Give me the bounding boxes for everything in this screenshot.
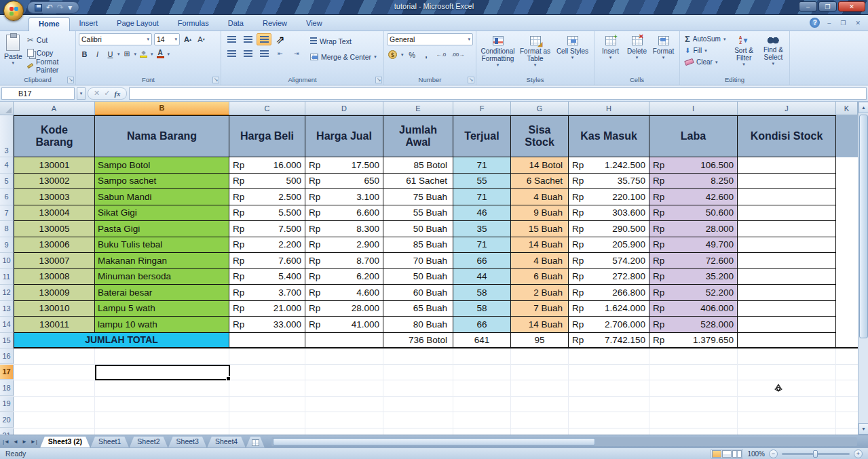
cell-harga-jual[interactable]: Rp2.900	[305, 237, 383, 254]
cell-laba[interactable]: Rp35.200	[649, 269, 738, 285]
cell-nama-barang[interactable]: Sabun Mandi	[95, 189, 229, 205]
merge-center-button[interactable]: Merge & Center▾	[308, 50, 379, 63]
cell-jumlah-awal[interactable]: 50 Buah	[383, 221, 453, 237]
cell-kas-masuk[interactable]: Rp2.706.000	[569, 317, 649, 333]
align-left-button[interactable]	[224, 47, 239, 60]
cell-terjual[interactable]: 58	[453, 301, 511, 317]
cell-harga-jual[interactable]: Rp6.200	[305, 269, 383, 285]
sheet-tab-sheet2[interactable]: Sheet2	[129, 437, 168, 448]
header-jumlah-awal[interactable]: Jumlah Awal	[383, 115, 453, 157]
cell-laba[interactable]: Rp8.250	[649, 174, 738, 190]
cell-total-laba[interactable]: Rp1.379.650	[649, 333, 738, 349]
cell-kondisi-stock[interactable]	[738, 269, 836, 285]
cancel-icon[interactable]: ✕	[94, 89, 100, 98]
page-break-view-icon[interactable]	[732, 450, 742, 458]
zoom-out-icon[interactable]: −	[769, 450, 778, 458]
cell-kas-masuk[interactable]: Rp574.200	[569, 253, 649, 269]
cell-kas-masuk[interactable]: Rp1.624.000	[569, 301, 649, 317]
row-header-16[interactable]: 16	[0, 348, 14, 364]
cell-kode-barang[interactable]: 130011	[14, 317, 95, 333]
zoom-level[interactable]: 100%	[747, 450, 765, 458]
cell-jumlah-awal[interactable]: 80 Buah	[383, 317, 453, 333]
cell-harga-beli[interactable]: Rp7.500	[229, 221, 305, 237]
increase-indent-button[interactable]: ⇥	[289, 47, 304, 60]
zoom-slider-thumb[interactable]	[813, 450, 818, 458]
tab-review[interactable]: Review	[253, 17, 297, 31]
decrease-decimal-button[interactable]: .00→	[450, 49, 466, 60]
clipboard-dialog-launcher-icon[interactable]: ↘	[67, 77, 74, 83]
cell-kode-barang[interactable]: 130009	[14, 285, 95, 301]
number-format-select[interactable]: General▾	[387, 33, 473, 45]
italic-button[interactable]: I	[92, 48, 103, 60]
normal-view-icon[interactable]	[712, 450, 721, 458]
cell-harga-jual[interactable]: Rp8.700	[305, 253, 383, 269]
borders-button[interactable]: ⊞	[121, 48, 133, 60]
cell-laba[interactable]: Rp49.700	[649, 237, 738, 254]
cell-harga-beli[interactable]: Rp33.000	[229, 317, 305, 333]
office-button[interactable]	[3, 1, 24, 21]
cell-terjual[interactable]: 66	[453, 317, 511, 333]
cell-terjual[interactable]: 46	[453, 205, 511, 222]
row-header[interactable]: 14	[0, 317, 14, 333]
cell-harga-beli[interactable]: Rp2.500	[229, 189, 305, 205]
cell-kas-masuk[interactable]: Rp290.500	[569, 221, 649, 237]
fill-color-button[interactable]: ◆	[138, 48, 149, 60]
cell-harga-beli[interactable]: Rp7.600	[229, 253, 305, 269]
header-harga-jual[interactable]: Harga Jual	[305, 115, 383, 157]
cell-harga-jual[interactable]: Rp6.600	[305, 205, 383, 222]
wrap-text-button[interactable]: Wrap Text	[308, 35, 379, 47]
cell-kas-masuk[interactable]: Rp35.750	[569, 174, 649, 190]
cell-nama-barang[interactable]: Lampu 5 wath	[95, 301, 229, 317]
format-cells-button[interactable]: Format▾	[650, 33, 677, 76]
increase-decimal-button[interactable]: ←.0	[435, 49, 448, 60]
cell-harga-beli[interactable]: Rp3.700	[229, 285, 305, 301]
decrease-indent-button[interactable]: ⇤	[273, 47, 288, 60]
cell-sisa-stock[interactable]: 4 Buah	[511, 253, 569, 269]
cell-harga-beli[interactable]: Rp5.400	[229, 269, 305, 285]
vertical-scrollbar-thumb[interactable]	[859, 115, 868, 338]
cell-sisa-stock[interactable]: 14 Buah	[511, 237, 569, 254]
cell-total-terjual[interactable]: 641	[453, 333, 511, 349]
cell-laba[interactable]: Rp106.500	[649, 157, 738, 174]
cell-sisa-stock[interactable]: 14 Buah	[511, 317, 569, 333]
cell-harga-beli[interactable]: Rp5.500	[229, 205, 305, 222]
underline-button[interactable]: U	[105, 48, 116, 60]
cell-kode-barang[interactable]: 130008	[14, 269, 95, 285]
scroll-up-icon[interactable]: ▲	[858, 102, 868, 113]
cell-terjual[interactable]: 71	[453, 189, 511, 205]
cell-nama-barang[interactable]: Sampo Botol	[95, 157, 229, 174]
row-header[interactable]: 9	[0, 237, 14, 254]
cell-kas-masuk[interactable]: Rp272.800	[569, 269, 649, 285]
selected-cell-b17[interactable]	[95, 365, 230, 381]
cell-jumlah-awal[interactable]: 61 Sachet	[383, 174, 453, 190]
format-as-table-button[interactable]: ◢Format as Table▾	[516, 33, 554, 76]
conditional-formatting-button[interactable]: Conditional Formatting▾	[479, 33, 516, 76]
row-header-18[interactable]: 18	[0, 380, 14, 396]
sheet-tab-sheet3[interactable]: Sheet3	[168, 437, 207, 448]
cell-harga-jual[interactable]: Rp650	[305, 174, 383, 190]
row-header-21[interactable]: 21	[0, 428, 14, 435]
cell-terjual[interactable]: 55	[453, 174, 511, 190]
header-sisa-stock[interactable]: Sisa Stock	[511, 115, 569, 157]
header-kode-barang[interactable]: Kode Barang	[14, 115, 95, 157]
sheet-tab-sheet1[interactable]: Sheet1	[90, 437, 129, 448]
cell-kondisi-stock[interactable]	[738, 317, 836, 333]
cell-kode-barang[interactable]: 130004	[14, 205, 95, 222]
row-header[interactable]: 13	[0, 301, 14, 317]
cell-harga-beli[interactable]: Rp500	[229, 174, 305, 190]
header-harga-beli[interactable]: Harga Beli	[229, 115, 305, 157]
format-painter-button[interactable]: Format Painter	[25, 59, 73, 72]
row-header[interactable]: 10	[0, 253, 14, 269]
cell-kas-masuk[interactable]: Rp303.600	[569, 205, 649, 222]
cell-nama-barang[interactable]: Baterai besar	[95, 285, 229, 301]
accounting-format-button[interactable]: $	[387, 49, 398, 60]
workbook-close-icon[interactable]: ✕	[853, 20, 863, 26]
formula-input[interactable]	[129, 87, 867, 100]
sheet-tab-sheet3-2[interactable]: Sheet3 (2)	[40, 437, 90, 448]
orientation-button[interactable]: ⇗	[273, 33, 288, 45]
cell-kondisi-stock[interactable]	[738, 174, 836, 190]
header-kondisi-stock[interactable]: Kondisi Stock	[738, 115, 836, 157]
select-all-corner[interactable]	[0, 102, 14, 115]
header-terjual[interactable]: Terjual	[453, 115, 511, 157]
cell-sisa-stock[interactable]: 14 Botol	[511, 157, 569, 174]
